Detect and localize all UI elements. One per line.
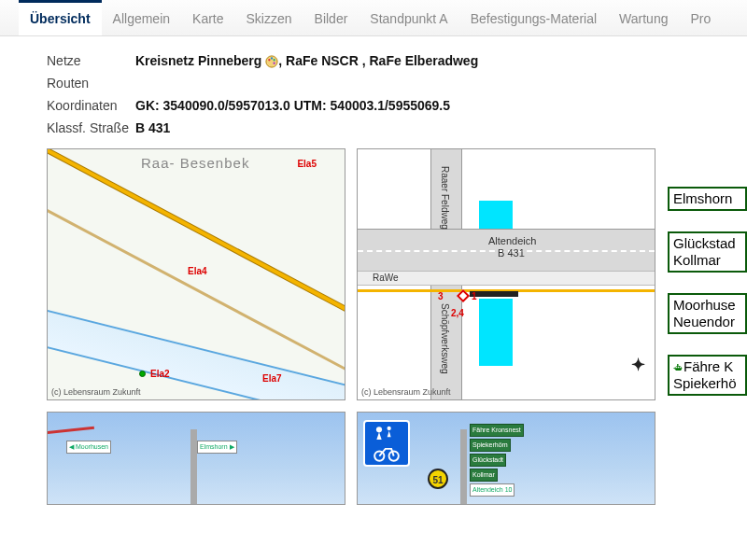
value-koordinaten: GK: 3540090.0/5957013.0 UTM: 540003.1/59… [135,98,721,113]
value-netze: Kreisnetz Pinneberg , RaFe NSCR , RaFe E… [135,53,721,68]
destination-box[interactable]: ⛴Fähre K Spiekerhö [668,355,747,396]
svg-point-2 [271,58,273,60]
destination-box[interactable]: Elmshorn [668,187,747,211]
svg-point-3 [274,59,275,61]
diagram-credit: (c) Lebensraum Zukunft [361,387,451,397]
value-routen [135,76,721,91]
tab-pro[interactable]: Pro [679,0,722,35]
signpost-icon [460,429,467,504]
meta-grid: Netze Kreisnetz Pinneberg , RaFe NSCR , … [47,53,721,135]
thumbnail-photo-2[interactable]: Fähre Kronsnest Spiekerhörn Glückstadt K… [357,412,655,505]
tab-standpunkt-a[interactable]: Standpunkt A [359,0,458,35]
map-label-ela2: Ela2 [150,369,170,379]
diagram-building-south [479,299,513,366]
map-road-main [47,148,345,333]
tab-bar: Übersicht Allgemein Karte Skizzen Bilder… [0,0,747,36]
diagram-label-rawe: RaWe [373,273,399,283]
tab-befestigung[interactable]: Befestigungs-Material [459,0,608,35]
tab-uebersicht[interactable]: Übersicht [19,0,102,35]
destination-box[interactable]: Glückstad Kollmar [668,231,747,273]
tab-bilder[interactable]: Bilder [303,0,359,35]
map-river [47,303,345,400]
map-town-label: Raa- Besenbek [141,155,249,171]
tab-karte[interactable]: Karte [181,0,234,35]
pedestrian-bike-sign-icon [363,420,410,467]
photo1-sign-right: Elmshorn ▶ [197,441,237,454]
diagram-label-main-name: Altendeich [488,235,536,246]
diagram-building-north [479,201,513,229]
svg-point-5 [376,427,382,433]
thumbnail-diagram[interactable]: Raaer Feldweg Schöpfwerksweg Altendeich … [357,148,655,400]
diagram-marker-1: 1 [472,291,477,301]
photo2-sign-c: Glückstadt [470,454,506,467]
thumbnail-grid: Raa- Besenbek Ela5 Ela4 Ela2 Ela7 (c) Le… [47,148,721,505]
diagram-marker-24: 2,4 [451,308,464,318]
destination-box[interactable]: Moorhuse Neuendor [668,293,747,334]
tab-skizzen[interactable]: Skizzen [235,0,303,35]
map-label-ela4: Ela4 [188,266,207,276]
diagram-label-north-road: Raaer Feldweg [440,166,450,230]
label-klassf: Klassf. Straße [47,120,135,135]
diagram-marker-3: 3 [438,291,444,301]
ferry-icon: ⛴ [673,362,684,373]
diagram-label-main-ref: B 431 [498,247,525,259]
thumbnail-photo-1[interactable]: ◀ Moorhusen Elmshorn ▶ [47,412,345,505]
photo2-sign-e: Altendeich 10 [470,483,514,497]
photo1-sign-left: ◀ Moorhusen [66,441,111,454]
palette-icon [265,55,278,68]
destination-panel: Elmshorn Glückstad Kollmar Moorhuse Neue… [668,187,747,396]
svg-point-6 [388,427,391,430]
label-routen: Routen [47,76,135,91]
map-label-ela7: Ela7 [262,373,282,384]
svg-point-4 [274,63,275,64]
label-koordinaten: Koordinaten [47,98,135,113]
content-area: Netze Kreisnetz Pinneberg , RaFe NSCR , … [0,36,747,505]
map-point-icon [139,371,146,377]
tab-wartung[interactable]: Wartung [608,0,679,35]
compass-icon: ✦ [631,355,645,375]
diagram-label-south-road: Schöpfwerksweg [440,303,450,374]
value-klassf: B 431 [135,120,721,135]
thumbnail-map[interactable]: Raa- Besenbek Ela5 Ela4 Ela2 Ela7 (c) Le… [47,148,345,400]
photo2-sign-a: Fähre Kronsnest [470,424,524,437]
diagram-side-road [358,271,655,286]
signpost-icon [190,429,197,504]
svg-point-1 [269,59,271,61]
label-netze: Netze [47,53,135,68]
tab-allgemein[interactable]: Allgemein [102,0,181,35]
map-label-ela5: Ela5 [297,159,317,169]
photo2-sign-d: Kollmar [470,469,498,482]
photo2-sign-b: Spiekerhörn [470,439,511,452]
map-credit: (c) Lebensraum Zukunft [51,387,141,397]
